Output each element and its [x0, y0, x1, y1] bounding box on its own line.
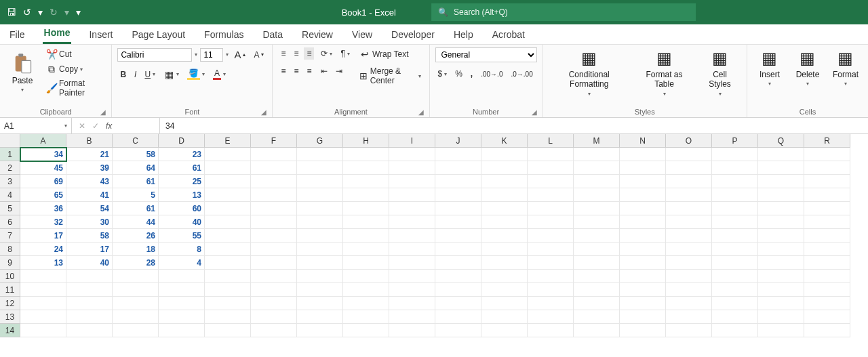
cell[interactable]: [666, 215, 712, 229]
cell[interactable]: [251, 215, 297, 229]
enter-formula-icon[interactable]: ✓: [92, 121, 99, 131]
cell[interactable]: [20, 270, 66, 283]
cell[interactable]: [574, 324, 620, 337]
cell[interactable]: [758, 283, 804, 297]
cell[interactable]: [712, 161, 758, 175]
cell[interactable]: [804, 202, 850, 215]
column-header[interactable]: O: [666, 134, 712, 148]
cell[interactable]: [113, 297, 159, 310]
align-left-button[interactable]: ≡: [278, 65, 288, 77]
cell[interactable]: [20, 297, 66, 310]
redo-icon[interactable]: ↻: [50, 7, 58, 18]
align-center-button[interactable]: ≡: [291, 65, 301, 77]
decrease-indent-button[interactable]: ⇤: [318, 65, 330, 77]
cell[interactable]: [574, 161, 620, 175]
cell[interactable]: [205, 215, 251, 229]
cell[interactable]: [574, 202, 620, 215]
cell[interactable]: [251, 310, 297, 324]
cell[interactable]: [804, 297, 850, 310]
column-header[interactable]: L: [528, 134, 574, 148]
tab-home[interactable]: Home: [43, 24, 72, 44]
cell[interactable]: [435, 188, 481, 202]
fill-color-button[interactable]: 🪣▾: [184, 67, 208, 81]
column-header[interactable]: J: [435, 134, 481, 148]
column-header[interactable]: P: [712, 134, 758, 148]
cell[interactable]: [758, 188, 804, 202]
cell[interactable]: [620, 256, 666, 270]
cell[interactable]: [528, 310, 574, 324]
cell[interactable]: [389, 270, 435, 283]
cell[interactable]: [297, 161, 343, 175]
align-top-button[interactable]: ≡: [278, 47, 288, 60]
cell[interactable]: [389, 188, 435, 202]
cell[interactable]: [343, 324, 389, 337]
cell[interactable]: [620, 161, 666, 175]
cell[interactable]: [528, 161, 574, 175]
cell[interactable]: [251, 188, 297, 202]
cell[interactable]: [66, 310, 113, 324]
cell[interactable]: [528, 324, 574, 337]
percent-button[interactable]: %: [452, 68, 465, 80]
cell[interactable]: [297, 229, 343, 243]
cell[interactable]: [251, 161, 297, 175]
merge-center-button[interactable]: ⊞Merge & Center▾: [357, 65, 424, 87]
decrease-font-button[interactable]: A▾: [251, 49, 267, 61]
cell[interactable]: [343, 297, 389, 310]
undo-dropdown[interactable]: ▾: [38, 7, 43, 18]
cell[interactable]: [159, 297, 205, 310]
cell[interactable]: [251, 229, 297, 243]
cell[interactable]: [435, 324, 481, 337]
cell[interactable]: 36: [20, 202, 66, 215]
cell[interactable]: [620, 215, 666, 229]
cell[interactable]: 13: [159, 188, 205, 202]
cell[interactable]: 61: [159, 161, 205, 175]
cell[interactable]: [343, 188, 389, 202]
cell[interactable]: 23: [159, 148, 205, 161]
cell[interactable]: [666, 270, 712, 283]
conditional-formatting-button[interactable]: ▦Conditional Formatting▾: [549, 47, 630, 98]
cell[interactable]: [528, 256, 574, 270]
cell[interactable]: [666, 256, 712, 270]
cell[interactable]: [297, 310, 343, 324]
cell[interactable]: 54: [66, 202, 113, 215]
column-header[interactable]: E: [205, 134, 251, 148]
cell[interactable]: [435, 148, 481, 161]
cell[interactable]: [435, 215, 481, 229]
search-box[interactable]: 🔍 Search (Alt+Q): [431, 3, 696, 21]
format-as-table-button[interactable]: ▦Format as Table▾: [634, 47, 694, 98]
cell[interactable]: [574, 270, 620, 283]
tab-data[interactable]: Data: [261, 26, 284, 44]
cell[interactable]: [389, 256, 435, 270]
clipboard-dialog-icon[interactable]: ◢: [100, 108, 106, 116]
cell[interactable]: [343, 243, 389, 256]
tab-page-layout[interactable]: Page Layout: [130, 26, 186, 44]
cell[interactable]: [251, 202, 297, 215]
cell[interactable]: [620, 270, 666, 283]
tab-developer[interactable]: Developer: [390, 26, 436, 44]
cell[interactable]: [389, 202, 435, 215]
cell[interactable]: [251, 175, 297, 188]
underline-button[interactable]: U▾: [142, 68, 158, 81]
cell[interactable]: 45: [20, 161, 66, 175]
cell[interactable]: [251, 243, 297, 256]
cell[interactable]: [620, 297, 666, 310]
cell[interactable]: [343, 270, 389, 283]
cell[interactable]: [343, 202, 389, 215]
cell[interactable]: [205, 148, 251, 161]
qat-customize[interactable]: ▾: [76, 7, 81, 18]
cell[interactable]: [481, 175, 528, 188]
cancel-formula-icon[interactable]: ✕: [79, 121, 85, 131]
cell[interactable]: [251, 283, 297, 297]
cell[interactable]: [528, 297, 574, 310]
cell[interactable]: [481, 215, 528, 229]
column-header[interactable]: D: [159, 134, 205, 148]
cell[interactable]: [620, 243, 666, 256]
cell[interactable]: [804, 270, 850, 283]
cell[interactable]: [481, 229, 528, 243]
cell[interactable]: [113, 283, 159, 297]
cell[interactable]: [712, 283, 758, 297]
increase-indent-button[interactable]: ⇥: [333, 65, 345, 77]
redo-dropdown[interactable]: ▾: [64, 7, 69, 18]
cell-styles-button[interactable]: ▦Cell Styles▾: [698, 47, 741, 98]
insert-function-icon[interactable]: fx: [106, 121, 112, 131]
